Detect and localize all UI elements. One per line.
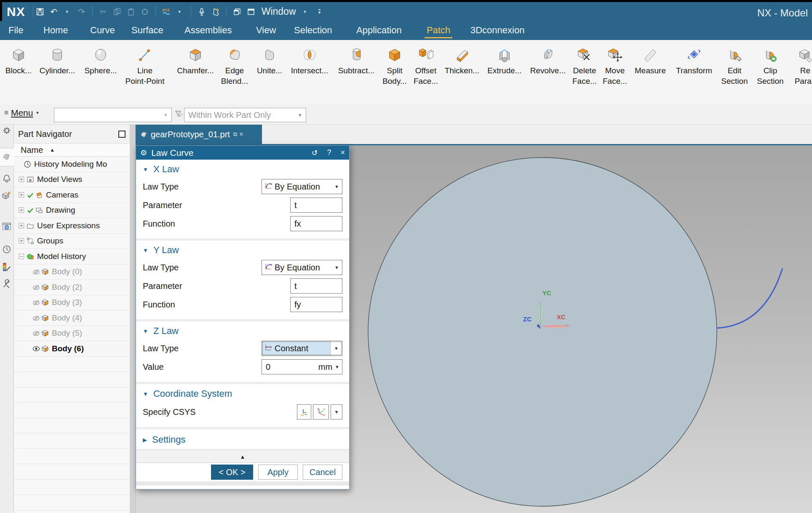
menu-view[interactable]: View (256, 25, 276, 36)
maximize-icon[interactable] (118, 131, 126, 138)
x-function-input[interactable] (290, 216, 342, 231)
expand-plus-icon[interactable] (18, 222, 25, 230)
tools-icon[interactable] (1, 278, 12, 289)
repeat-command-icon (140, 7, 150, 17)
chevron-down-icon[interactable]: ▼ (331, 404, 342, 419)
tree-item-body-4-[interactable]: Body (4) (14, 310, 130, 326)
chevron-down-icon: ▼ (35, 111, 40, 115)
z-law-section: ▼ Z Law Law Type Constant ▼ Value 0 mm ▼ (136, 321, 349, 384)
selection-type-combobox[interactable]: ▼ (54, 108, 172, 122)
x-parameter-input[interactable] (290, 198, 342, 213)
ribbon-line-button[interactable]: LinePoint-Point (119, 45, 171, 86)
tree-item-body-3-[interactable]: Body (3) (14, 295, 130, 311)
csys-dialog-button[interactable] (297, 404, 311, 419)
dialog-collapse-strip[interactable]: ▲ (136, 451, 349, 463)
tree-item-user-expressions[interactable]: User Expressions (14, 218, 130, 234)
cascade-window-icon[interactable] (232, 7, 242, 17)
tree-item-model-views[interactable]: Model Views (14, 172, 130, 188)
part-navigator-icon[interactable] (1, 151, 12, 162)
reset-icon[interactable]: ↺ (311, 148, 318, 158)
tree-item-model-history[interactable]: Model History (14, 249, 130, 265)
microphone-icon[interactable] (197, 7, 207, 17)
document-tab[interactable]: gearPrototype_01.prt ⧉ × (136, 125, 262, 144)
constraint-navigator-icon[interactable] (1, 190, 12, 201)
tree-item-body-2-[interactable]: Body (2) (14, 280, 130, 295)
menu-home[interactable]: Home (43, 25, 68, 36)
history-icon[interactable] (1, 244, 12, 255)
gear-icon[interactable] (1, 125, 12, 136)
menu-patch[interactable]: Patch (427, 25, 450, 36)
chevron-down-icon[interactable]: ▼ (330, 341, 342, 355)
tree-item-history-modeling-mo[interactable]: History Modeling Mo (14, 157, 130, 172)
part-navigator-title: Part Navigator (18, 129, 72, 139)
ribbon-remove-parameters-button[interactable]: ReParan (779, 45, 812, 86)
bell-icon[interactable] (1, 173, 12, 184)
ok-button[interactable]: < OK > (211, 465, 253, 480)
eye-off-icon (32, 268, 40, 275)
menu-application[interactable]: Application (356, 25, 402, 36)
csys-triad-button[interactable]: ZYX (313, 404, 329, 419)
detach-window-icon[interactable]: ⧉ (233, 131, 237, 138)
expand-plus-icon[interactable] (18, 191, 25, 199)
law-curve-preview[interactable] (717, 268, 783, 328)
dialog-header[interactable]: ⚙ Law Curve ↺ ? × (136, 146, 349, 160)
caret-down-icon[interactable]: ▼ (301, 7, 311, 17)
save-icon[interactable] (35, 7, 45, 17)
menu-selection[interactable]: Selection (294, 25, 332, 36)
y-parameter-input[interactable] (290, 278, 342, 294)
coordinate-system-section-header[interactable]: ▼ Coordinate System (143, 387, 342, 400)
ribbon-intersect-button[interactable]: Intersect... (283, 45, 336, 76)
tree-item-drawing[interactable]: Drawing (14, 203, 130, 219)
menu-curve[interactable]: Curve (90, 25, 115, 36)
tree-item-body-6-[interactable]: Body (6) (14, 341, 130, 357)
settings-section-header[interactable]: ▶ Settings (143, 433, 342, 446)
paste-icon (126, 7, 136, 17)
y-law-type-dropdown[interactable]: By Equation ▼ (262, 260, 342, 275)
caret-down-icon[interactable]: ▼ (175, 7, 185, 17)
gear-blank-circle-body[interactable] (368, 158, 717, 506)
name-column-header[interactable]: Name ▲ (14, 143, 130, 157)
overflow-icon[interactable]: ▾ (315, 7, 325, 17)
xyz-expression-icon[interactable]: XYZ (161, 7, 171, 17)
undo-icon[interactable]: ↶ (49, 7, 59, 17)
selection-scope-dropdown[interactable]: Within Work Part Only ▼ (184, 108, 306, 122)
touch-icon[interactable] (211, 7, 221, 17)
menu-file[interactable]: File (8, 25, 23, 36)
collapse-minus-icon[interactable] (18, 253, 25, 260)
caret-down-icon[interactable]: ▼ (63, 7, 73, 17)
close-tab-icon[interactable]: × (239, 131, 243, 138)
apply-button[interactable]: Apply (258, 465, 298, 480)
cancel-button[interactable]: Cancel (303, 465, 342, 480)
x-law-section-header[interactable]: ▼ X Law (143, 163, 342, 176)
web-browser-icon[interactable] (1, 221, 12, 232)
z-law-type-dropdown[interactable]: Constant ▼ (262, 341, 342, 356)
panel-resizer[interactable] (130, 125, 136, 513)
z-law-section-header[interactable]: ▼ Z Law (143, 325, 342, 337)
expand-plus-icon[interactable] (18, 176, 25, 183)
tree-item-body-0-[interactable]: Body (0) (14, 265, 130, 280)
help-icon[interactable]: ? (327, 148, 331, 157)
visualization-icon[interactable] (1, 262, 12, 273)
eye-off-icon (32, 283, 40, 291)
y-function-input[interactable] (290, 297, 342, 312)
window-icon[interactable] (246, 7, 256, 17)
z-value-input[interactable]: 0 mm ▼ (262, 359, 342, 374)
close-icon[interactable]: × (340, 148, 345, 157)
tree-item-groups[interactable]: Groups (14, 234, 130, 249)
expand-plus-icon[interactable] (18, 237, 25, 245)
y-law-section-header[interactable]: ▼ Y Law (143, 244, 342, 256)
part-navigator-empty-rows (14, 357, 130, 513)
menu-assemblies[interactable]: Assemblies (184, 25, 232, 36)
menu-3dconnexion[interactable]: 3Dconnexion (470, 25, 524, 36)
tree-item-body-5-[interactable]: Body (5) (14, 326, 130, 342)
ribbon-label: Blend... (208, 76, 261, 86)
window-menu-label[interactable]: Window (262, 6, 296, 17)
clock-icon (24, 160, 31, 168)
expand-plus-icon[interactable] (18, 206, 25, 214)
tree-item-cameras[interactable]: Cameras (14, 187, 130, 203)
menu-surface[interactable]: Surface (131, 25, 163, 36)
dialog-options-gear-icon[interactable]: ⚙ (140, 148, 147, 158)
menu-button[interactable]: ≡ Menu ▼ (4, 108, 40, 118)
divider (191, 6, 191, 17)
x-law-type-dropdown[interactable]: By Equation ▼ (262, 179, 342, 194)
